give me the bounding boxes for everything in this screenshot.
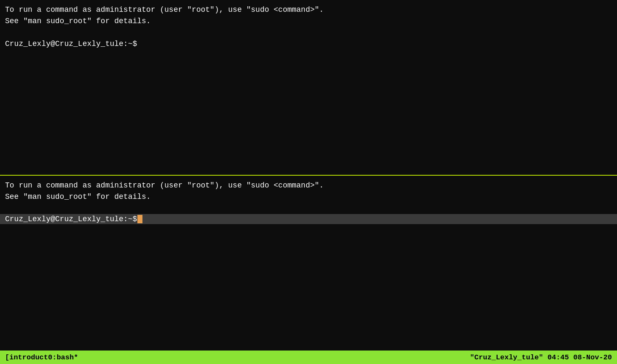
pane-bottom[interactable]: To run a command as administrator (user … [0, 176, 617, 351]
active-prompt-row[interactable]: Cruz_Lexly@Cruz_Lexly_tule:~$ [0, 214, 617, 224]
status-bar: [introduct0:bash* "Cruz_Lexly_tule" 04:4… [0, 351, 617, 364]
bottom-line-3 [5, 203, 612, 214]
status-right: "Cruz_Lexly_tule" 04:45 08-Nov-20 [470, 353, 612, 361]
top-prompt-text: Cruz_Lexly@Cruz_Lexly_tule:~$ [5, 38, 137, 50]
top-line-1: To run a command as administrator (user … [5, 4, 612, 16]
status-left: [introduct0:bash* [5, 353, 78, 361]
top-line-3 [5, 27, 612, 38]
bottom-prompt-text: Cruz_Lexly@Cruz_Lexly_tule:~$ [5, 215, 137, 223]
terminal-container: To run a command as administrator (user … [0, 0, 617, 351]
bottom-line-1: To run a command as administrator (user … [5, 180, 612, 191]
bottom-line-2: See "man sudo_root" for details. [5, 191, 612, 203]
pane-top[interactable]: To run a command as administrator (user … [0, 0, 617, 175]
top-line-2: See "man sudo_root" for details. [5, 16, 612, 27]
terminal-cursor [137, 215, 142, 223]
top-prompt-line: Cruz_Lexly@Cruz_Lexly_tule:~$ [5, 38, 612, 50]
